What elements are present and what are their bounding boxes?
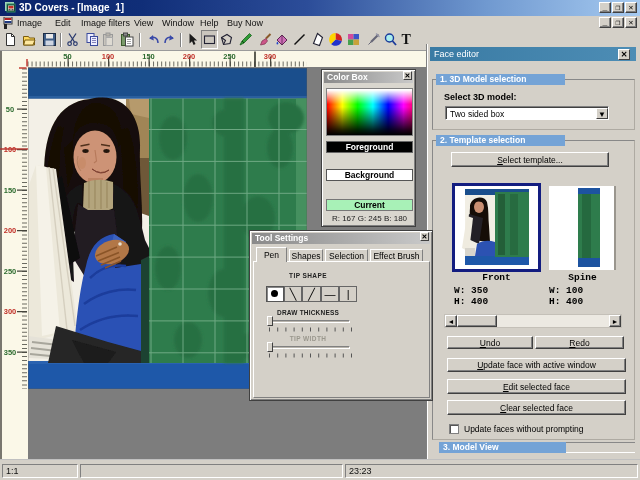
svg-text:100: 100 (4, 145, 17, 154)
svg-text:350: 350 (4, 348, 17, 357)
svg-text:250: 250 (4, 267, 17, 276)
svg-text:250: 250 (223, 52, 236, 61)
svg-text:150: 150 (4, 186, 17, 195)
svg-text:50: 50 (63, 52, 71, 61)
svg-text:50: 50 (6, 105, 14, 114)
svg-text:100: 100 (102, 52, 115, 61)
svg-text:300: 300 (4, 307, 17, 316)
svg-text:300: 300 (264, 52, 277, 61)
svg-text:200: 200 (4, 226, 17, 235)
svg-text:150: 150 (142, 52, 155, 61)
svg-text:200: 200 (183, 52, 196, 61)
